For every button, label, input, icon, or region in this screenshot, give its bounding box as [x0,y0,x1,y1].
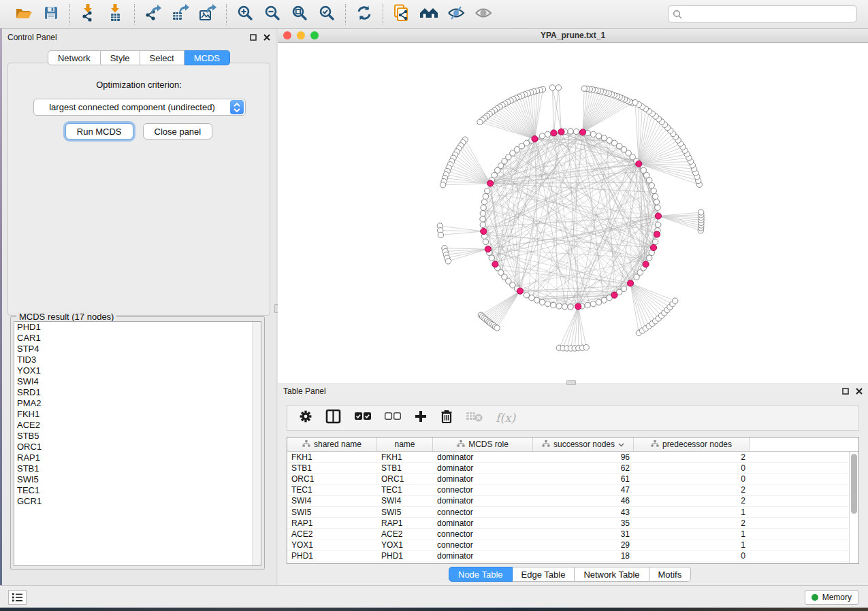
close-panel-icon[interactable] [856,385,863,397]
mcds-result-node[interactable]: STB1 [14,463,261,474]
column-header-successor-nodes[interactable]: successor nodes [533,437,634,451]
mcds-result-node[interactable]: TEC1 [14,485,261,496]
tab-edge-table[interactable]: Edge Table [513,567,575,582]
import-network-button[interactable] [77,3,100,25]
search-input[interactable] [668,5,857,22]
table-row[interactable]: STB1STB1dominator620 [287,463,858,474]
mcds-list-scrollbar[interactable] [252,322,261,565]
mcds-result-node[interactable]: STP4 [14,344,261,354]
mcds-result-node[interactable]: GCR1 [14,496,261,507]
zoom-out-icon [264,5,280,24]
mcds-result-list[interactable]: PHD1CAR1STP4TID3YOX1SWI4SRD1PMA2FKH1ACE2… [14,321,261,566]
mcds-result-node[interactable]: PMA2 [14,398,261,409]
save-icon [43,5,59,24]
mcds-result-node[interactable]: RAP1 [14,452,261,463]
mcds-result-node[interactable]: TID3 [14,354,261,365]
close-panel-icon[interactable] [263,31,270,44]
save-button[interactable] [39,3,63,25]
zoom-in-button[interactable] [234,3,257,25]
tab-mcds[interactable]: MCDS [184,50,230,65]
mcds-result-node[interactable]: SWI4 [14,376,261,387]
mcds-result-node[interactable]: FKH1 [14,409,261,420]
clone-network-button[interactable] [390,3,413,25]
network-graph-canvas[interactable] [278,43,868,383]
column-view-icon[interactable] [325,409,342,427]
close-panel-button[interactable]: Close panel [143,123,213,139]
zoom-selected-button[interactable] [315,3,338,25]
node-table[interactable]: shared namenameMCDS rolesuccessor nodesp… [287,437,859,564]
table-row[interactable]: PHD1PHD1dominator180 [287,551,858,562]
add-column-icon[interactable] [414,410,428,426]
float-panel-icon[interactable] [250,31,257,44]
table-row[interactable]: SWI5SWI5connector431 [287,507,858,518]
export-network-button[interactable] [142,3,165,25]
table-cell: 96 [533,452,634,462]
mcds-result-node[interactable]: CAR1 [14,333,261,344]
table-cell: 61 [533,474,634,484]
tab-style[interactable]: Style [101,50,140,65]
table-row[interactable]: SWI4SWI4dominator462 [287,496,858,507]
memory-button[interactable]: Memory [805,590,858,605]
mcds-result-node[interactable]: SRD1 [14,387,261,398]
table-scrollbar-thumb[interactable] [851,454,857,514]
column-header-name[interactable]: name [377,437,433,451]
table-row[interactable]: TEC1TEC1connector472 [287,485,858,496]
tab-motifs[interactable]: Motifs [649,567,692,582]
float-panel-icon[interactable] [842,385,849,397]
criterion-select[interactable]: largest connected component (undirected) [33,99,246,116]
table-cell: connector [433,529,533,539]
open-icon [15,5,33,24]
tab-network-table[interactable]: Network Table [575,567,649,582]
import-table-button[interactable] [104,3,127,25]
table-row[interactable]: YOX1YOX1connector291 [287,540,858,551]
mcds-result-node[interactable]: SWI5 [14,474,261,485]
task-history-button[interactable] [8,590,27,605]
export-image-button[interactable] [196,3,219,25]
mcds-result-node[interactable]: STB5 [14,431,261,442]
tab-network[interactable]: Network [48,50,101,65]
node-table-header[interactable]: shared namenameMCDS rolesuccessor nodesp… [287,437,858,452]
mcds-result-node[interactable]: ACE2 [14,420,261,431]
mcds-result-node[interactable]: ORC1 [14,442,261,452]
table-cell: 31 [533,529,634,539]
zoom-out-button[interactable] [261,3,284,25]
export-table-icon [171,4,190,24]
mcds-result-node[interactable]: YOX1 [14,365,261,376]
column-header-predecessor-nodes[interactable]: predecessor nodes [634,437,750,451]
clone-network-icon [392,4,411,24]
column-header-shared-name[interactable]: shared name [287,437,377,451]
table-row[interactable]: ORC1ORC1dominator610 [287,474,858,484]
table-cell: 43 [533,508,634,517]
refresh-button[interactable] [353,3,376,25]
table-cell: 1 [634,508,750,517]
export-table-button[interactable] [169,3,192,25]
run-mcds-button[interactable]: Run MCDS [65,123,133,139]
select-all-icon[interactable] [354,411,372,425]
table-cell: 62 [533,463,634,473]
show-graphics-details-button[interactable] [472,3,495,25]
tab-node-table[interactable]: Node Table [449,567,513,582]
home-pair-button[interactable] [417,3,440,25]
memory-label: Memory [822,593,852,602]
delete-column-icon[interactable] [440,409,453,427]
table-toolbar: f(x) [287,405,859,431]
table-scrollbar[interactable] [849,452,858,563]
network-title: YPA_prune.txt_1 [278,31,868,40]
horizontal-splitter-grip[interactable] [566,380,576,385]
gear-icon[interactable] [298,409,313,427]
column-header-MCDS-role[interactable]: MCDS role [433,437,533,451]
table-row[interactable]: FKH1FKH1dominator962 [287,452,858,463]
open-button[interactable] [12,3,35,25]
table-row[interactable]: RAP1RAP1dominator352 [287,518,858,529]
table-row[interactable]: ACE2ACE2connector311 [287,529,858,540]
table-cell: 2 [634,452,750,462]
zoom-fit-button[interactable] [288,3,311,25]
mcds-result-node[interactable]: PHD1 [14,322,261,333]
hide-graphics-details-button[interactable] [445,3,468,25]
table-cell: ORC1 [287,474,377,484]
network-window-titlebar[interactable]: YPA_prune.txt_1 [278,29,868,43]
deselect-all-icon[interactable] [384,411,402,425]
home-pair-icon [419,5,439,24]
table-cell: 0 [634,474,750,484]
tab-select[interactable]: Select [140,50,184,65]
